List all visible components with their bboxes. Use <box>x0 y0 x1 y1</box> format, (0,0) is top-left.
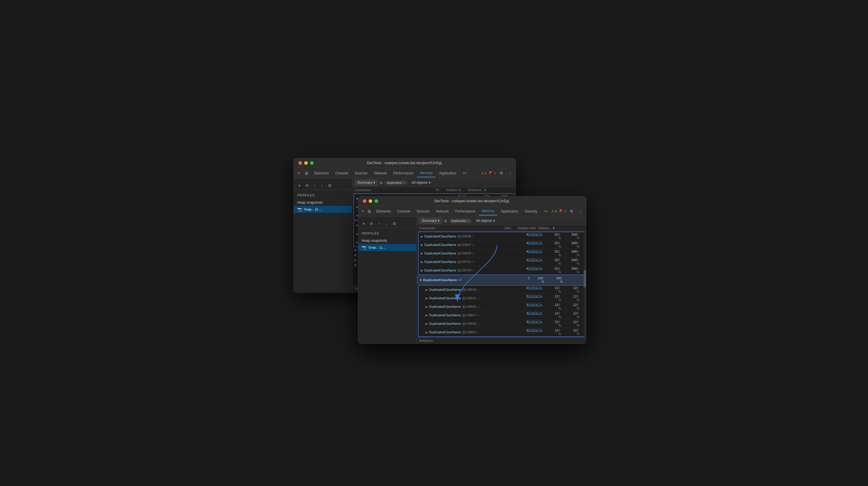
table-row[interactable]: ▶ DuplicatedClassName @139639 □ 3 XJrrEg… <box>418 286 584 294</box>
titlebar-2: DevTools - codepen.io/web-dot-dev/pen/XJ… <box>358 196 586 206</box>
stop-icon-2[interactable]: ⊘ <box>368 220 375 227</box>
tab-actions-1: ⚠ 2 🚩 2 ⚙ ⋮ <box>481 170 514 176</box>
scrollbar-track[interactable] <box>584 225 586 337</box>
table-header-1: Constructor Di... Shallow Si... Retained… <box>352 187 516 193</box>
settings-icon-1[interactable]: ⚙ <box>498 170 504 176</box>
tab-bar-1: ⌖ ⊞ Elements Console Sources Network Per… <box>294 168 516 178</box>
filter-chip-1[interactable]: duplicated × <box>384 180 407 185</box>
outline-bottom-2: ▶ DuplicatedClassName @139639 □ 3 XJrrEg… <box>418 285 585 337</box>
tab-security-2[interactable]: Security <box>522 207 540 215</box>
table-row[interactable]: ▶ DuplicatedClassName @139697 □ 4 XJrrEg… <box>418 241 584 249</box>
upload-icon-2[interactable]: ↑ <box>376 220 382 227</box>
stop-icon-1[interactable]: ⊘ <box>304 182 310 189</box>
titlebar-1: DevTools - codepen.io/web-dot-dev/pen/XJ… <box>294 158 516 168</box>
table-row[interactable]: ▶ DuplicatedClassName @139699 □ 4 XJrrEg… <box>418 249 584 258</box>
more-icon-1[interactable]: ⋮ <box>507 170 514 176</box>
snapshot-item-1[interactable]: 📷 Snap... (3.... <box>294 206 352 213</box>
window-title-2: DevTools - codepen.io/web-dot-dev/pen/XJ… <box>434 199 510 203</box>
cursor-icon[interactable]: ⌖ <box>296 170 302 176</box>
layers-icon-2[interactable]: ⊞ <box>367 208 372 214</box>
table-row[interactable]: ▶ DuplicatedClassName @139643 □ 3 XJrrEg… <box>418 303 584 311</box>
summary-dropdown-2[interactable]: Summary ▾ <box>419 218 442 224</box>
window-title-1: DevTools - codepen.io/web-dot-dev/pen/XJ… <box>367 161 442 165</box>
error-badge-1: 🚩 2 <box>489 171 496 175</box>
tab-performance-1[interactable]: Performance <box>391 169 416 177</box>
filter-remove-2[interactable]: × <box>467 219 470 223</box>
profiles-title-2: Profiles <box>358 230 416 236</box>
heap-snapshots-title-1: Heap snapshots <box>294 199 352 206</box>
tab-network-2[interactable]: Network <box>433 207 452 215</box>
table-header-2: Constructor Dist... Shallow Size Retaine… <box>417 225 586 231</box>
table-row[interactable]: ▶ DuplicatedClassName @139701 □ 4 XJrrEg… <box>418 258 584 266</box>
filter-chip-2[interactable]: duplicated × <box>449 218 472 223</box>
tab-console-1[interactable]: Console <box>332 169 351 177</box>
maximize-button-1[interactable] <box>310 161 314 165</box>
filter-remove-1[interactable]: × <box>403 181 405 185</box>
profiles-title-1: Profiles <box>294 192 352 198</box>
filter-area-1: ⊜ duplicated × All objects ▾ <box>379 180 514 185</box>
tab-performance-2[interactable]: Performance <box>453 207 478 215</box>
tab-elements-2[interactable]: Elements <box>373 207 394 215</box>
settings-icon-2[interactable]: ⚙ <box>568 208 575 215</box>
all-objects-1[interactable]: All objects ▾ <box>409 180 433 185</box>
snapshot-label-2: Snap... (1.... <box>368 246 386 249</box>
more-icon-2[interactable]: ⋮ <box>577 208 584 215</box>
tab-sources-1[interactable]: Sources <box>352 169 370 177</box>
tab-console-2[interactable]: Console <box>395 207 413 215</box>
tab-application-1[interactable]: Application <box>436 169 459 177</box>
minimize-button-1[interactable] <box>304 161 308 165</box>
tab-actions-2: ⚠ 6 🚩 5 ⚙ ⋮ <box>552 208 584 215</box>
layers-icon[interactable]: ⊞ <box>304 170 310 176</box>
warning-badge-1: ⚠ 2 <box>481 171 487 175</box>
summary-dropdown-1[interactable]: Summary ▾ <box>354 180 378 185</box>
grid-icon-1[interactable]: ⊟ <box>327 182 333 189</box>
table-row[interactable]: ▶ DuplicatedClassName @139695 □ 4 XJrrEg… <box>418 232 584 241</box>
data-table-2[interactable]: Constructor Dist... Shallow Size Retaine… <box>417 225 586 337</box>
retainers-bar-2: Retainers <box>417 337 586 344</box>
tab-sources-2[interactable]: Sources <box>414 207 433 215</box>
tab-network-1[interactable]: Network <box>371 169 390 177</box>
close-button-1[interactable] <box>299 161 302 165</box>
group-row[interactable]: ▼ DuplicatedClassName ×7 3 84 0 % 84 0 % <box>417 276 586 285</box>
main-content-2: Summary ▾ ⊜ duplicated × All objects ▾ <box>417 217 586 344</box>
heap-snapshots-title-2: Heap snapshots <box>358 237 416 244</box>
scrollbar-thumb[interactable] <box>584 270 586 288</box>
sidebar-toolbar-1: ● ⊘ ↑ ↓ ⊟ <box>294 181 352 190</box>
filter-icon-1: ⊜ <box>379 180 383 185</box>
main-toolbar-2: Summary ▾ ⊜ duplicated × All objects ▾ <box>417 217 586 225</box>
cursor-icon-2[interactable]: ⌖ <box>361 208 365 214</box>
snapshot-item-2[interactable]: 📷 Snap... (1.... <box>358 244 416 251</box>
snapshot-label-1: Snap... (3.... <box>304 207 321 211</box>
download-icon-2[interactable]: ↓ <box>383 220 390 227</box>
table-row[interactable]: ▶ DuplicatedClassName @139651 □ 3 XJrrEg… <box>418 328 584 337</box>
table-row[interactable]: ▶ DuplicatedClassName @139641 □ 3 XJrrEg… <box>418 294 584 303</box>
upload-icon-1[interactable]: ↑ <box>311 182 318 189</box>
filter-icon-2: ⊜ <box>444 219 447 223</box>
minimize-button-2[interactable] <box>369 199 372 203</box>
table-row[interactable]: ▶ DuplicatedClassName @139703 □ 4 XJrrEg… <box>418 266 584 275</box>
tab-more-2[interactable]: >> <box>541 207 551 215</box>
grid-icon-2[interactable]: ⊟ <box>391 220 397 227</box>
tab-memory-2[interactable]: Memory <box>479 207 497 216</box>
tab-bar-2: ⌖ ⊞ Elements Console Sources Network Per… <box>358 206 586 217</box>
devtools-body-2: ● ⊘ ↑ ↓ ⊟ Profiles Heap snapshots 📷 Snap… <box>358 217 586 344</box>
tab-memory-1[interactable]: Memory <box>417 169 435 177</box>
record-icon-1[interactable]: ● <box>296 182 303 189</box>
sidebar-toolbar-2: ● ⊘ ↑ ↓ ⊟ <box>358 219 416 228</box>
table-row[interactable]: ▶ DuplicatedClassName @139647 □ 3 XJrrEg… <box>418 311 584 319</box>
tab-more-1[interactable]: >> <box>460 169 470 177</box>
sidebar-2: ● ⊘ ↑ ↓ ⊟ Profiles Heap snapshots 📷 Snap… <box>358 217 417 344</box>
error-badge-2: 🚩 5 <box>559 209 566 213</box>
maximize-button-2[interactable] <box>375 199 378 203</box>
record-icon-2[interactable]: ● <box>361 220 367 227</box>
tab-application-2[interactable]: Application <box>498 207 521 215</box>
filter-area-2: ⊜ duplicated × All objects ▾ <box>444 218 584 223</box>
download-icon-1[interactable]: ↓ <box>319 182 326 189</box>
table-row[interactable]: ▶ DuplicatedClassName @139649 □ 3 XJrrEg… <box>418 319 584 328</box>
outline-top-2: ▶ DuplicatedClassName @139695 □ 4 XJrrEg… <box>418 232 585 275</box>
all-objects-2[interactable]: All objects ▾ <box>473 218 497 223</box>
tab-elements-1[interactable]: Elements <box>311 169 332 177</box>
main-toolbar-1: Summary ▾ ⊜ duplicated × All objects ▾ <box>352 178 516 187</box>
close-button-2[interactable] <box>363 199 366 203</box>
snapshot-icon-2: 📷 <box>362 245 367 250</box>
